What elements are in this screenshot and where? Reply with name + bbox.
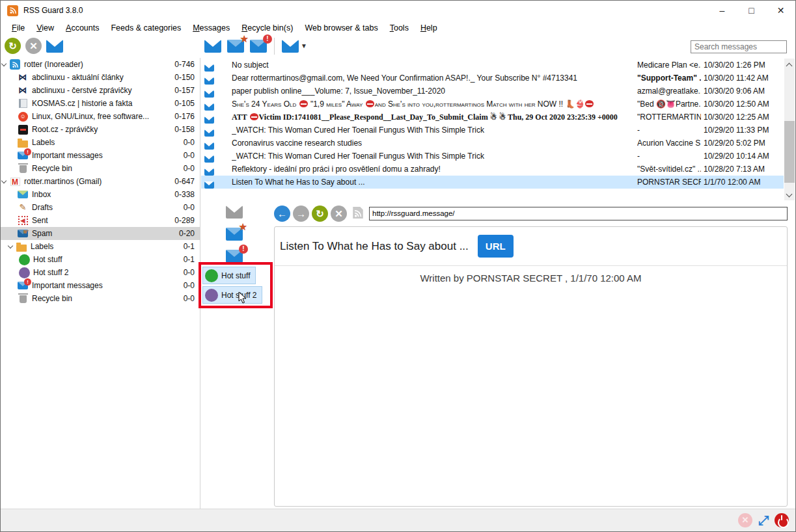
main-toolbar: ↻✕ ★!▼ (1, 35, 795, 58)
message-sender: "Bed 🔞👅Partne... (637, 98, 701, 111)
folder-icon (15, 242, 28, 252)
chevron-down-icon[interactable] (1, 61, 7, 68)
fullscreen-icon[interactable]: ⤢ (758, 513, 769, 527)
chevron-down-icon[interactable] (7, 243, 14, 250)
feed-label: Labels (32, 138, 184, 147)
feed-row-abclinuxu-erstv-zpr-vi-ky[interactable]: ⋈abclinuxu - čerstvé zprávičky0-157 (1, 84, 200, 97)
feed-label: Spam (32, 229, 179, 238)
forward-button[interactable]: → (293, 206, 309, 222)
feed-row-recycle-bin[interactable]: Recycle bin0-0 (1, 162, 200, 175)
message-row[interactable]: _WATCH: This Woman Cured Her Toenail Fun… (201, 150, 784, 163)
message-list-scrollbar[interactable] (784, 59, 795, 200)
message-toolbar: ★!▼ (204, 38, 307, 55)
minimize-button[interactable]: – (707, 1, 737, 20)
stop-update-button[interactable]: ✕ (25, 38, 42, 54)
feed-row-inbox[interactable]: Inbox0-338 (1, 188, 200, 201)
menu-tools[interactable]: Tools (384, 23, 415, 33)
feed-count: 0-746 (174, 60, 200, 69)
scroll-up-icon[interactable] (786, 61, 792, 67)
rssguard-window: { "window": {"title": "RSS Guard 3.8.0",… (0, 0, 796, 532)
feed-label: Sent (32, 216, 174, 225)
message-list: No subjectMedicare Plan <e...10/30/20 1:… (201, 58, 795, 201)
message-row[interactable]: paper publish online___Volume: 7, Issue_… (201, 85, 784, 98)
feed-count: 0-105 (174, 99, 200, 108)
feed-row-rotter-martinos-gmail[interactable]: Mrotter.martinos (Gmail)0-647 (1, 175, 200, 188)
stop-button[interactable]: ✕ (331, 206, 347, 222)
message-sender: - (637, 150, 701, 163)
menu-recycle-bin-s[interactable]: Recycle bin(s) (236, 23, 299, 33)
quit-icon[interactable] (775, 513, 789, 527)
message-row[interactable]: Listen To What he Has to Say about ...PO… (201, 176, 784, 189)
label-color-icon (205, 269, 218, 282)
feed-count: 0-647 (174, 177, 200, 186)
feed-label: rotter.martinos (Gmail) (24, 177, 174, 186)
reddit-icon: ☺ (16, 112, 29, 122)
feed-row-hot-stuff-2[interactable]: Hot stuff 20-0 (1, 266, 200, 279)
label-button-hot-stuff[interactable]: Hot stuff (202, 267, 256, 284)
menu-view[interactable]: View (31, 23, 60, 33)
app-rss-icon (7, 5, 18, 16)
message-date: 10/30/20 12:25 AM (704, 111, 785, 124)
search-input[interactable] (691, 40, 787, 53)
feed-row-spam[interactable]: ☛Spam0-20 (1, 227, 200, 240)
chevron-down-icon[interactable] (1, 178, 7, 185)
message-row[interactable]: _WATCH: This Woman Cured Her Toenail Fun… (201, 124, 784, 137)
browser-toolbar: ← → ↻ ✕ (274, 205, 788, 222)
feed-row-important-messages[interactable]: !Important messages0-0 (1, 149, 200, 162)
message-sender: "Svět-svítidel.cz" ... (637, 163, 701, 176)
feed-row-important-messages[interactable]: !Important messages0-0 (1, 279, 200, 292)
rss-feed-icon (352, 206, 364, 221)
feed-row-root-cz-zpr-vi-ky[interactable]: Root.cz - zprávičky0-158 (1, 123, 200, 136)
reload-button[interactable]: ↻ (312, 206, 328, 222)
message-row[interactable]: Reflektory - ideální pro práci i pro osv… (201, 163, 784, 176)
menu-web-browser-tabs[interactable]: Web browser & tabs (299, 23, 383, 33)
menu-help[interactable]: Help (415, 23, 443, 33)
message-url-button[interactable]: URL (478, 235, 514, 258)
scroll-down-icon[interactable] (786, 192, 792, 198)
menu-accounts[interactable]: Accounts (60, 23, 105, 33)
label-button-hot-stuff-2[interactable]: Hot stuff 2 (202, 286, 262, 304)
maximize-button[interactable]: □ (737, 1, 766, 20)
scrollbar-thumb[interactable] (784, 121, 795, 183)
feed-row-sent[interactable]: ◀Sent0-289 (1, 214, 200, 227)
menu-feeds-categories[interactable]: Feeds & categories (105, 23, 187, 33)
feed-row-labels[interactable]: Labels0-0 (1, 136, 200, 149)
message-row[interactable]: ATT Victim ID:1741081__Please_Respond__L… (201, 111, 784, 124)
back-button[interactable]: ← (274, 206, 290, 222)
message-subject: paper publish online___Volume: 7, Issue_… (232, 85, 633, 98)
menu-file[interactable]: File (6, 23, 31, 33)
feed-row-linux-gnu-linux-free-software[interactable]: ☺Linux, GNU/Linux, free software...0-176 (1, 110, 200, 123)
message-sender: "ROTTERMARTIN... (637, 111, 701, 124)
message-row[interactable]: No subjectMedicare Plan <e...10/30/20 1:… (201, 59, 784, 72)
feed-row-drafts[interactable]: ✎Drafts0-0 (1, 201, 200, 214)
message-sender: - (637, 124, 701, 137)
update-feeds-button[interactable]: ↻ (5, 38, 21, 54)
feed-row-abclinuxu-aktu-ln-l-nky[interactable]: ⋈abclinuxu - aktuální články0-150 (1, 71, 200, 84)
feed-row-labels[interactable]: Labels0-1 (1, 240, 200, 253)
mail-icon (204, 178, 214, 191)
feed-row-kosmas-cz-historie-a-fakta[interactable]: KOSMAS.cz | historie a fakta0-105 (1, 97, 200, 110)
feed-row-rotter-inoreader[interactable]: rotter (Inoreader)0-746 (1, 58, 200, 71)
mark-unimportant-button[interactable]: ! (250, 40, 267, 53)
message-row[interactable]: Coronavirus vaccine research studiesAcur… (201, 137, 784, 150)
url-input[interactable] (369, 207, 788, 220)
menu-messages[interactable]: Messages (187, 23, 236, 33)
mark-important-button[interactable]: ★ (227, 40, 244, 53)
feed-count: 0-0 (184, 151, 200, 160)
message-row[interactable]: Dear rottermartinos@gmail.com, We Need Y… (201, 72, 784, 85)
feed-count: 0-0 (184, 203, 200, 212)
feed-row-hot-stuff[interactable]: Hot stuff0-1 (1, 253, 200, 266)
toggle-important-button[interactable]: ★ (226, 228, 243, 241)
message-menu-button[interactable]: ▼ (282, 40, 307, 53)
toggle-unimportant-button[interactable]: ! (226, 250, 243, 263)
close-disabled-icon: ✕ (738, 513, 752, 527)
status-bar: ✕ ⤢ (1, 509, 795, 531)
feed-row-recycle-bin[interactable]: Recycle bin0-0 (1, 292, 200, 305)
feed-label: Hot stuff (33, 255, 184, 264)
message-row[interactable]: She's 24 Years Old "1,9 miles" Away and … (201, 98, 784, 111)
toggle-read-button[interactable] (226, 206, 243, 219)
mark-selected-read-button[interactable] (204, 40, 221, 53)
close-button[interactable]: ✕ (766, 1, 795, 20)
feed-label: Recycle bin (32, 294, 184, 303)
mark-read-button[interactable] (46, 40, 63, 53)
